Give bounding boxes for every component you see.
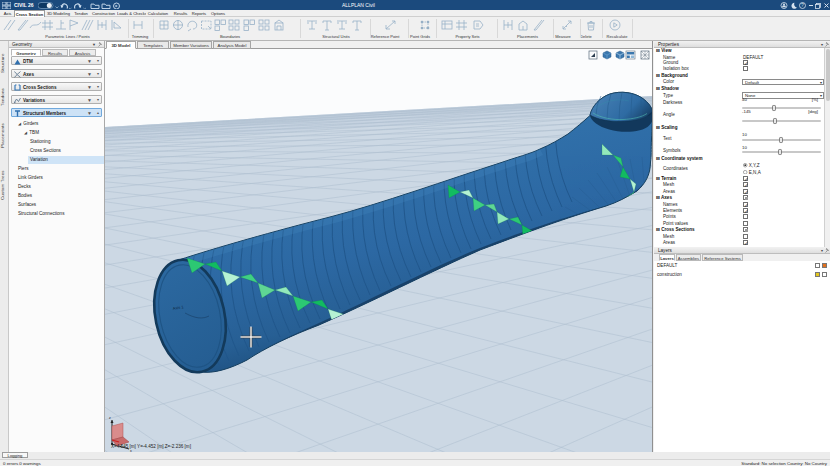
- svg-text:?: ?: [801, 2, 804, 8]
- svg-text:z: z: [109, 416, 111, 420]
- svg-text:X=4.545 [m] Y=-4.452 [m] Z=-2.: X=4.545 [m] Y=-4.452 [m] Z=-2.236 [m]: [111, 444, 191, 449]
